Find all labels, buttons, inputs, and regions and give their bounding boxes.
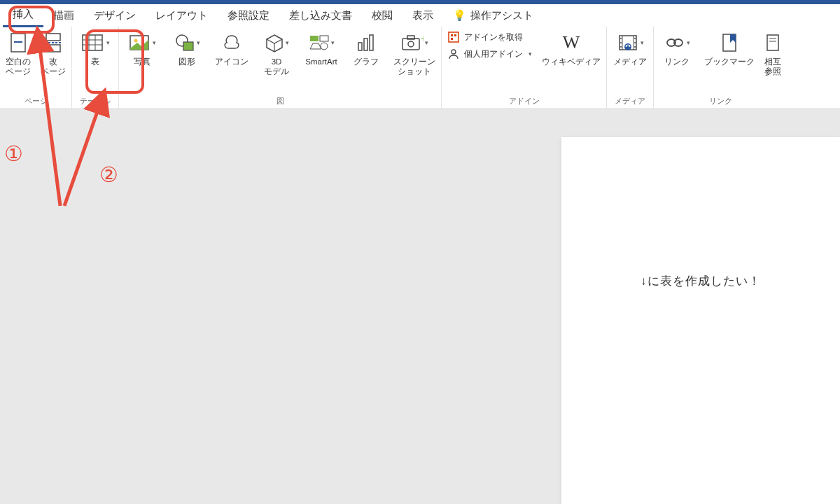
wikipedia-label: ウィキペディア <box>542 57 601 67</box>
svg-point-39 <box>634 38 636 39</box>
svg-point-11 <box>134 39 137 43</box>
document-canvas[interactable]: ↓に表を作成したい！ ① ② <box>0 109 840 504</box>
table-button[interactable]: ▾ 表 <box>78 31 113 67</box>
svg-rect-23 <box>402 38 419 50</box>
my-addins-label: 個人用アドイン <box>464 48 523 60</box>
shapes-button[interactable]: ▾ 図形 <box>169 31 204 67</box>
svg-text:+: + <box>421 34 424 44</box>
3dmodel-button[interactable]: ▾ 3D モデル <box>259 31 294 77</box>
svg-point-40 <box>634 42 636 43</box>
ribbon: 空白の ページ 改 ページ ページ ▾ 表 テーブル <box>0 27 840 109</box>
svg-rect-17 <box>320 36 328 41</box>
svg-rect-28 <box>451 34 453 36</box>
svg-rect-49 <box>767 35 778 50</box>
tab-assist[interactable]: 💡操作アシスト <box>443 5 543 27</box>
svg-rect-24 <box>407 36 414 39</box>
chevron-down-icon: ▾ <box>640 39 644 46</box>
page-break-label: 改 ページ <box>41 57 66 77</box>
group-illustrations: ▾ 写真 ▾ 図形 アイコン ▾ <box>119 27 442 108</box>
svg-rect-13 <box>183 42 193 50</box>
svg-point-38 <box>620 46 622 48</box>
media-label: メディア <box>613 57 647 67</box>
svg-marker-18 <box>310 43 321 49</box>
pictures-icon: ▾ <box>129 31 156 55</box>
svg-point-31 <box>451 50 456 54</box>
screenshot-button[interactable]: + ▾ スクリーン ショット <box>393 31 435 77</box>
ribbon-tabs: 挿入 描画 デザイン レイアウト 参照設定 差し込み文書 校閲 表示 💡操作アシ… <box>0 4 840 27</box>
svg-rect-5 <box>83 35 102 50</box>
tab-insert[interactable]: 挿入 <box>3 4 43 27</box>
tab-review[interactable]: 校閲 <box>362 5 402 27</box>
svg-rect-30 <box>451 38 453 40</box>
blank-page-icon <box>8 31 28 55</box>
tab-assist-label: 操作アシスト <box>470 9 533 21</box>
icons-button[interactable]: アイコン <box>214 31 249 67</box>
person-icon <box>447 48 460 60</box>
get-addins-label: アドインを取得 <box>464 31 523 43</box>
document-page[interactable]: ↓に表を作成したい！ <box>561 137 840 504</box>
svg-rect-21 <box>364 38 368 50</box>
svg-point-36 <box>620 38 622 39</box>
tab-draw[interactable]: 描画 <box>43 5 84 27</box>
link-label: リンク <box>664 57 690 67</box>
lightbulb-icon: 💡 <box>453 9 466 21</box>
group-tables-label: テーブル <box>78 93 113 106</box>
bookmark-label: ブックマーク <box>704 57 755 67</box>
shapes-icon: ▾ <box>174 31 200 55</box>
svg-point-25 <box>408 41 414 47</box>
my-addins-button[interactable]: 個人用アドイン ▾ <box>447 48 532 60</box>
tab-references[interactable]: 参照設定 <box>218 5 279 27</box>
smartart-label: SmartArt <box>305 57 337 67</box>
group-pages-label: ページ <box>6 93 66 106</box>
tab-view[interactable]: 表示 <box>402 5 443 27</box>
smartart-button[interactable]: ▾ SmartArt <box>304 31 339 67</box>
camera-icon: + ▾ <box>401 31 428 55</box>
chevron-down-icon: ▾ <box>286 39 289 46</box>
svg-text:W: W <box>563 33 580 52</box>
bookmark-button[interactable]: ブックマーク <box>704 31 755 67</box>
film-icon: ▾ <box>617 31 644 55</box>
svg-marker-48 <box>730 34 736 43</box>
smartart-icon: ▾ <box>309 31 335 55</box>
document-text: ↓に表を作成したい！ <box>561 273 840 289</box>
bookmark-icon <box>720 31 738 55</box>
group-addins-label: アドイン <box>447 93 601 106</box>
icons-icon <box>221 31 242 55</box>
chart-button[interactable]: グラフ <box>349 31 384 67</box>
pictures-button[interactable]: ▾ 写真 <box>125 31 160 67</box>
page-break-button[interactable]: 改 ページ <box>41 31 66 77</box>
annotation-number-1: ① <box>4 141 23 166</box>
media-button[interactable]: ▾ メディア <box>612 31 648 67</box>
svg-rect-27 <box>449 32 458 42</box>
chart-label: グラフ <box>354 57 379 67</box>
svg-point-41 <box>634 46 636 48</box>
get-addins-button[interactable]: アドインを取得 <box>447 31 532 43</box>
crossref-button[interactable]: 相互 参照 <box>764 31 781 77</box>
group-pages: 空白の ページ 改 ページ ページ <box>0 27 72 108</box>
group-media-label: メディア <box>612 93 648 106</box>
wikipedia-button[interactable]: W ウィキペディア <box>542 31 601 67</box>
page-break-icon <box>43 31 63 55</box>
svg-rect-2 <box>46 34 60 41</box>
blank-page-button[interactable]: 空白の ページ <box>6 31 31 77</box>
chevron-down-icon: ▾ <box>528 50 532 57</box>
tab-mailings[interactable]: 差し込み文書 <box>279 5 362 27</box>
link-icon: ▾ <box>664 31 690 55</box>
3dmodel-label: 3D モデル <box>264 57 289 77</box>
icons-label: アイコン <box>215 57 248 67</box>
group-media: ▾ メディア メディア <box>607 27 654 108</box>
tab-layout[interactable]: レイアウト <box>146 5 218 27</box>
pictures-label: 写真 <box>134 57 150 67</box>
group-links: ▾ リンク ブックマーク 相互 参照 リンク <box>654 27 787 108</box>
svg-point-37 <box>620 42 622 43</box>
svg-point-19 <box>321 43 328 50</box>
tab-design[interactable]: デザイン <box>84 5 146 27</box>
crossref-icon <box>765 31 780 55</box>
link-button[interactable]: ▾ リンク <box>659 31 694 67</box>
chevron-down-icon: ▾ <box>106 39 110 46</box>
chevron-down-icon: ▾ <box>153 39 156 46</box>
screenshot-label: スクリーン ショット <box>393 57 435 77</box>
chevron-down-icon: ▾ <box>687 39 690 46</box>
chevron-down-icon: ▾ <box>331 39 335 46</box>
chevron-down-icon: ▾ <box>197 39 200 46</box>
